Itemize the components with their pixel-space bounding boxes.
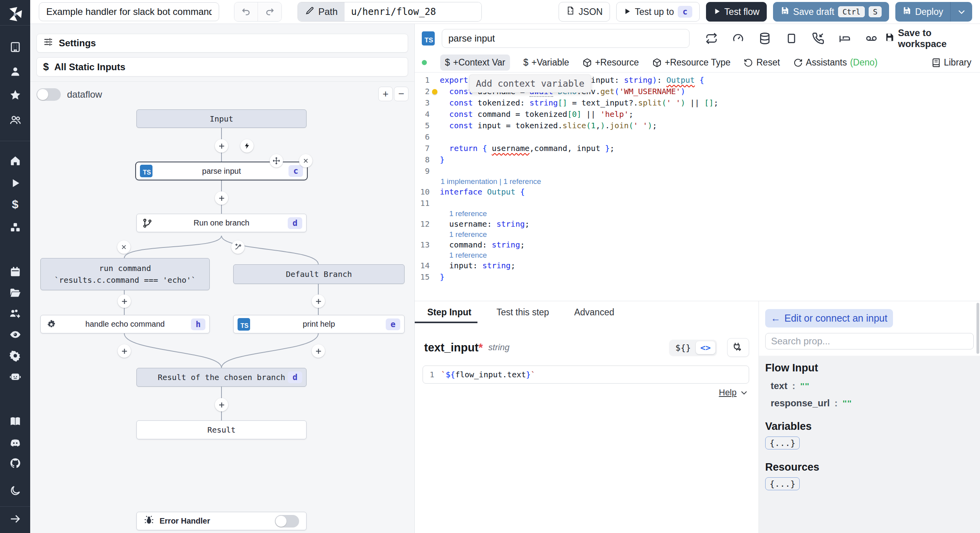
connect-plug-button[interactable] — [727, 338, 749, 357]
cursor-pointer-icon — [485, 73, 498, 75]
flow-node-input[interactable]: Input — [136, 109, 307, 128]
tab-test-this-step[interactable]: Test this step — [494, 301, 551, 323]
language-status-dot — [422, 60, 427, 65]
prop-row-response-url[interactable]: response_url : "" — [765, 398, 974, 409]
flow-node-default-branch[interactable]: Default Branch — [233, 264, 405, 284]
resources-cubes-icon[interactable] — [9, 221, 22, 234]
typescript-badge: TS — [140, 165, 152, 177]
github-icon[interactable] — [9, 457, 22, 470]
zoom-out-button[interactable]: − — [394, 87, 408, 101]
path-chip[interactable]: Path u/henri/flow_28 — [298, 2, 482, 22]
add-context-var-button[interactable]: $+Context Var — [440, 55, 510, 71]
dataflow-toggle[interactable] — [36, 88, 61, 101]
user-icon[interactable] — [9, 65, 22, 78]
variables-expand-chip[interactable]: {...} — [765, 437, 800, 449]
home-icon[interactable] — [9, 154, 22, 167]
voicemail-icon[interactable] — [865, 32, 878, 45]
prop-list: Flow Input text : "" response_url : "" — [759, 356, 980, 533]
code-mode-option[interactable]: <> — [696, 341, 716, 354]
path-value[interactable]: u/henri/flow_28 — [345, 2, 481, 21]
tab-step-input[interactable]: Step Input — [425, 301, 474, 323]
move-node-button[interactable] — [270, 154, 283, 167]
flow-node-run-command-branch[interactable]: run command `results.c.command === 'echo… — [40, 258, 210, 290]
flow-title-input[interactable] — [39, 2, 219, 21]
test-flow-button[interactable]: Test flow — [706, 2, 767, 22]
expression-editor[interactable]: 1 `${flow_input.text}` — [423, 366, 749, 384]
redo-button[interactable] — [258, 2, 281, 21]
add-resource-type-button[interactable]: +Resource Type — [652, 57, 731, 68]
save-icon — [780, 6, 789, 17]
insert-step-button[interactable] — [215, 191, 228, 205]
undo-button[interactable] — [234, 2, 258, 21]
phone-incoming-icon[interactable] — [812, 32, 824, 45]
insert-step-button[interactable] — [215, 398, 228, 411]
docs-book-icon[interactable] — [9, 415, 22, 428]
insert-step-button[interactable] — [118, 344, 131, 358]
step-name-input[interactable] — [442, 29, 690, 48]
prop-row-text[interactable]: text : "" — [765, 380, 974, 391]
add-variable-button[interactable]: $+Variable — [523, 57, 569, 68]
scrollbar-thumb[interactable] — [976, 303, 979, 354]
search-prop-input[interactable] — [765, 333, 974, 349]
library-button[interactable]: Library — [931, 57, 971, 68]
insert-step-button[interactable] — [118, 295, 131, 308]
code-editor[interactable]: 1export async function main(text_input: … — [415, 73, 980, 301]
reset-button[interactable]: Reset — [744, 57, 780, 68]
save-to-workspace-button[interactable]: Save to workspace — [885, 27, 971, 49]
dark-mode-moon-icon[interactable] — [9, 484, 22, 497]
settings-gear-icon[interactable] — [9, 349, 22, 362]
flow-settings-row[interactable]: Settings — [36, 34, 408, 53]
error-handler-toggle[interactable] — [275, 515, 299, 528]
edit-or-connect-button[interactable]: ← Edit or connect an input — [765, 309, 893, 327]
runs-play-icon[interactable] — [9, 176, 22, 190]
workspace-icon[interactable] — [9, 40, 22, 54]
save-icon — [902, 6, 911, 17]
resources-expand-chip[interactable]: {...} — [765, 477, 800, 490]
workers-users-gear-icon[interactable] — [9, 307, 22, 320]
flow-node-run-one-branch[interactable]: Run one branch d — [136, 214, 307, 232]
all-static-inputs-row[interactable]: $ All Static Inputs — [36, 57, 408, 76]
repeat-icon[interactable] — [705, 32, 718, 45]
json-button[interactable]: JSON — [559, 2, 610, 22]
variables-dollar-icon[interactable]: $ — [9, 198, 22, 211]
add-branch-button[interactable] — [231, 240, 245, 254]
step-tabs: Step Input Test this step Advanced — [415, 301, 759, 323]
trigger-bolt-button[interactable] — [240, 139, 254, 153]
deploy-button[interactable]: Deploy — [895, 2, 950, 22]
tab-advanced[interactable]: Advanced — [572, 301, 617, 323]
remove-branch-button[interactable] — [117, 240, 131, 254]
flow-node-print-help[interactable]: TS print help e — [233, 315, 405, 333]
groups-icon[interactable] — [9, 113, 22, 127]
help-link[interactable]: Help — [719, 387, 737, 398]
sidebar-divider — [0, 25, 30, 25]
schedules-calendar-icon[interactable] — [9, 265, 22, 278]
insert-step-button[interactable] — [312, 295, 325, 308]
square-icon[interactable] — [785, 32, 798, 45]
ai-robot-icon[interactable] — [9, 370, 22, 383]
gauge-icon[interactable] — [732, 32, 744, 45]
folders-icon[interactable] — [9, 286, 22, 299]
test-up-to-target-badge: c — [678, 6, 692, 18]
zoom-in-button[interactable]: + — [378, 87, 393, 101]
deploy-dropdown-button[interactable] — [950, 2, 972, 22]
flow-node-result[interactable]: Result — [136, 420, 307, 439]
insert-step-button[interactable] — [312, 344, 325, 358]
test-up-to-button[interactable]: Test up to c — [616, 2, 699, 22]
audit-eye-icon[interactable] — [9, 328, 22, 341]
windmill-logo-icon[interactable] — [5, 5, 24, 24]
flow-node-handle-echo-command[interactable]: handle echo command h — [40, 315, 210, 333]
save-draft-button[interactable]: Save draft CtrlS — [773, 2, 889, 22]
assistants-button[interactable]: Assistants(Deno) — [793, 57, 878, 68]
delete-node-button[interactable] — [299, 154, 312, 167]
database-icon[interactable] — [759, 32, 771, 45]
insert-step-button[interactable] — [215, 139, 228, 153]
chevron-down-icon[interactable] — [740, 388, 748, 397]
favorites-star-icon[interactable] — [9, 88, 22, 102]
add-resource-button[interactable]: +Resource — [583, 57, 639, 68]
expand-arrow-icon[interactable] — [9, 512, 22, 526]
expr-mode-option[interactable]: ${} — [671, 341, 696, 354]
discord-icon[interactable] — [9, 436, 22, 449]
bed-icon[interactable] — [838, 32, 851, 45]
error-handler-row[interactable]: Error Handler — [136, 512, 307, 530]
flow-node-branch-result[interactable]: Result of the chosen branch d — [136, 368, 307, 387]
